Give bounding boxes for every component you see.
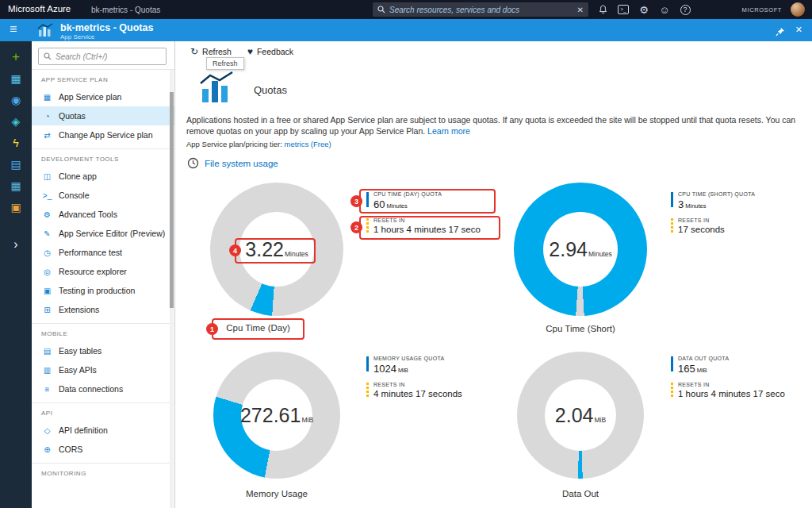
sidebar-item-app-service-editor-preview-[interactable]: ✎App Service Editor (Preview) xyxy=(32,224,174,243)
sidebar-item-quotas[interactable]: ◔Quotas xyxy=(32,106,174,125)
feedback-button[interactable]: ♥ Feedback xyxy=(247,46,293,57)
scrollbar-thumb[interactable] xyxy=(170,92,174,308)
sidebar-item-performance-test[interactable]: ◷Performance test xyxy=(32,243,174,262)
file-system-usage-link[interactable]: File system usage xyxy=(187,157,278,169)
global-search[interactable]: ✕ xyxy=(373,2,588,17)
search-icon xyxy=(44,52,52,60)
functions-icon[interactable]: ϟ xyxy=(0,132,32,153)
sidebar-item-icon: ⊞ xyxy=(42,306,52,314)
notifications-bell-icon[interactable] xyxy=(593,0,612,19)
azure-logo[interactable]: Microsoft Azure xyxy=(8,4,71,13)
refresh-button[interactable]: ↻ Refresh xyxy=(190,46,232,57)
sidebar-item-label: Quotas xyxy=(59,111,86,121)
sidebar-item-label: Clone app xyxy=(59,171,97,181)
search-clear-icon[interactable]: ✕ xyxy=(577,6,584,14)
refresh-label: Refresh xyxy=(202,47,232,56)
annotation-callout-4: 4 xyxy=(229,244,241,256)
feedback-smiley-icon[interactable]: ☺ xyxy=(655,0,674,19)
donut-cpu-time-short: 2.94 Minutes xyxy=(514,183,647,316)
resets-label: RESETS IN xyxy=(678,217,725,223)
sidebar-item-testing-in-production[interactable]: ▣Testing in production xyxy=(32,281,174,300)
donut-hole: 3.22 Minutes xyxy=(239,212,314,287)
resets-bar xyxy=(671,383,673,398)
top-bar: Microsoft Azure bk-metrics - Quotas ✕ >_… xyxy=(0,0,812,19)
more-services-icon[interactable]: › xyxy=(0,233,32,255)
pin-icon[interactable] xyxy=(776,25,785,40)
quota-row: CPU TIME (DAY) QUOTA 60Minutes xyxy=(366,191,481,210)
quota-info-data-out: DATA OUT QUOTA 165MiB RESETS IN 1 hours … xyxy=(671,356,785,406)
resource-groups-icon[interactable]: ◈ xyxy=(0,110,32,132)
resets-value: 1 hours 4 minutes 17 seco xyxy=(678,389,785,398)
pricing-tier-line: App Service plan/pricing tier: metrics (… xyxy=(186,140,331,148)
quota-bar xyxy=(366,356,369,371)
learn-more-link[interactable]: Learn more xyxy=(427,126,470,136)
sql-databases-icon[interactable]: ▤ xyxy=(0,153,32,175)
help-icon[interactable]: ? xyxy=(676,0,695,19)
description-text: Applications hosted in a free or shared … xyxy=(186,114,808,137)
refresh-tooltip: Refresh xyxy=(206,57,244,70)
section-title: Quotas xyxy=(254,84,287,96)
sidebar-item-console[interactable]: >_Console xyxy=(32,186,174,205)
sidebar-section-label: APP SERVICE PLAN xyxy=(32,69,174,87)
quota-row: DATA OUT QUOTA 165MiB xyxy=(671,356,785,375)
description-body: Applications hosted in a free or shared … xyxy=(186,115,795,136)
sidebar-item-cors[interactable]: ⊕CORS xyxy=(32,440,174,459)
sidebar-item-icon: ▤ xyxy=(42,347,52,356)
resets-row: RESETS IN 4 minutes 17 seconds xyxy=(366,382,462,398)
quota-value: 1024 xyxy=(373,363,396,375)
sidebar-item-api-definition[interactable]: ◇API definition xyxy=(32,421,174,440)
quota-bar xyxy=(671,356,673,371)
sidebar-scrollbar[interactable] xyxy=(170,70,174,508)
pricing-tier-link[interactable]: metrics (Free) xyxy=(285,140,331,148)
settings-gear-icon[interactable]: ⚙ xyxy=(634,0,653,19)
heart-icon: ♥ xyxy=(247,46,253,57)
resets-bar xyxy=(366,218,369,233)
quota-label: MEMORY USAGE QUOTA xyxy=(373,356,444,361)
quota-unit: MiB xyxy=(697,367,707,374)
quota-value: 3 xyxy=(678,198,684,210)
avatar[interactable] xyxy=(791,2,805,17)
feedback-label: Feedback xyxy=(257,47,293,56)
app-services-icon[interactable]: ▦ xyxy=(0,175,32,196)
dashboard-icon[interactable]: ▦ xyxy=(0,67,32,89)
sidebar-item-icon: ◫ xyxy=(42,172,52,181)
global-search-input[interactable] xyxy=(389,6,573,14)
sidebar-item-label: Advanced Tools xyxy=(59,210,117,219)
sidebar-item-extensions[interactable]: ⊞Extensions xyxy=(32,300,174,319)
sidebar-item-label: Easy tables xyxy=(59,346,102,356)
sidebar-item-app-service-plan[interactable]: ▦App Service plan xyxy=(32,87,174,106)
donut-hole: 2.04 MiB xyxy=(545,379,616,451)
sidebar-item-label: Console xyxy=(59,190,90,200)
sidebar-section-label: MONITORING xyxy=(32,463,174,481)
azure-portal: Microsoft Azure bk-metrics - Quotas ✕ >_… xyxy=(0,0,812,508)
cloud-shell-icon[interactable]: >_ xyxy=(614,0,633,19)
sidebar-item-label: Extensions xyxy=(59,305,99,314)
sidebar-item-icon: >_ xyxy=(42,191,52,200)
resets-row: RESETS IN 1 hours 4 minutes 17 seco xyxy=(671,382,785,398)
sidebar-item-change-app-service-plan[interactable]: ⇄Change App Service plan xyxy=(32,125,174,144)
sidebar-item-advanced-tools[interactable]: ⚙Advanced Tools xyxy=(32,205,174,224)
storage-icon[interactable]: ▣ xyxy=(0,196,32,217)
search-icon xyxy=(377,6,385,13)
sidebar-item-data-connections[interactable]: ≡Data connections xyxy=(32,379,174,398)
sidebar-item-clone-app[interactable]: ◫Clone app xyxy=(32,167,174,186)
chart-label-cpu-time-day: Cpu Time (Day) xyxy=(212,323,304,333)
sidebar-item-label: Easy APIs xyxy=(59,365,97,375)
sidebar-section-label: MOBILE xyxy=(32,323,174,341)
sidebar-search-input[interactable] xyxy=(56,52,161,61)
close-icon[interactable]: ✕ xyxy=(795,25,802,35)
sidebar-search[interactable] xyxy=(38,48,167,65)
sidebar-item-easy-tables[interactable]: ▤Easy tables xyxy=(32,341,174,360)
new-icon[interactable]: + xyxy=(0,46,32,67)
resets-value: 1 hours 4 minutes 17 seco xyxy=(373,225,481,234)
quota-label: CPU TIME (DAY) QUOTA xyxy=(373,191,442,197)
quota-bar xyxy=(366,192,369,207)
sidebar-item-easy-apis[interactable]: ▥Easy APIs xyxy=(32,360,174,379)
directory-label[interactable]: MICROSOFT xyxy=(742,0,782,19)
all-resources-icon[interactable]: ◉ xyxy=(0,89,32,110)
sidebar-item-resource-explorer[interactable]: ◎Resource explorer xyxy=(32,262,174,281)
annotation-callout-2: 2 xyxy=(350,221,362,233)
page-title: bk-metrics - Quotas xyxy=(60,22,153,33)
hamburger-menu-icon[interactable]: ≡ xyxy=(10,22,17,37)
pricing-label: App Service plan/pricing tier: xyxy=(186,140,282,148)
